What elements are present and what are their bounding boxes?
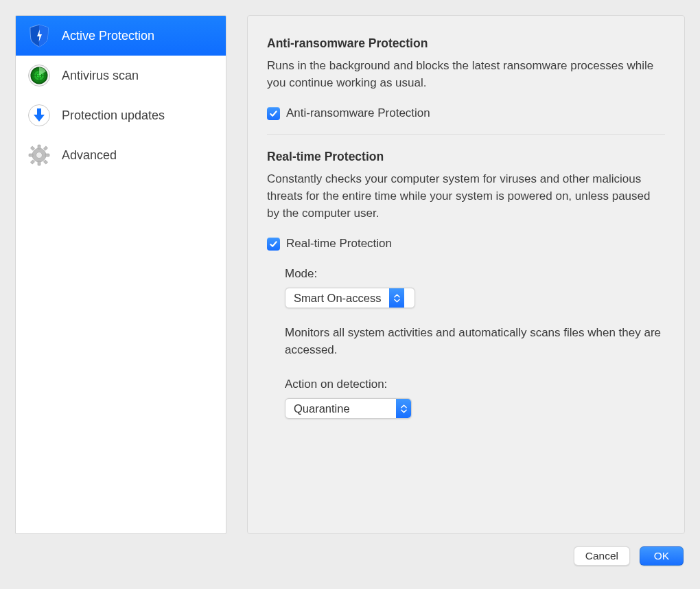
- section-desc: Constantly checks your computer system f…: [267, 171, 665, 222]
- gear-icon: [27, 143, 51, 168]
- sidebar-item-label: Antivirus scan: [62, 69, 139, 83]
- realtime-section: Real-time Protection Constantly checks y…: [267, 150, 665, 419]
- section-title: Real-time Protection: [267, 150, 665, 164]
- mode-select[interactable]: Smart On-access: [285, 288, 415, 308]
- mode-description: Monitors all system activities and autom…: [285, 325, 665, 358]
- svg-rect-16: [30, 160, 34, 164]
- action-select[interactable]: Quarantine: [285, 398, 412, 419]
- sidebar-item-antivirus-scan[interactable]: Antivirus scan: [16, 56, 226, 95]
- section-desc: Runs in the background and blocks the la…: [267, 58, 665, 91]
- shield-icon: [27, 23, 51, 48]
- svg-rect-10: [38, 145, 40, 149]
- svg-rect-14: [30, 146, 34, 150]
- sidebar-item-protection-updates[interactable]: Protection updates: [16, 95, 226, 135]
- svg-rect-17: [43, 160, 47, 164]
- sidebar-item-label: Active Protection: [62, 29, 154, 43]
- action-group: Action on detection: Quarantine: [285, 378, 665, 419]
- svg-rect-13: [45, 154, 49, 157]
- checkbox-label: Real-time Protection: [286, 237, 392, 251]
- mode-label: Mode:: [285, 267, 665, 281]
- realtime-checkbox-row[interactable]: Real-time Protection: [267, 237, 665, 251]
- action-select-value: Quarantine: [285, 399, 396, 418]
- sidebar: Active Protection: [15, 15, 226, 534]
- dialog-footer: Cancel OK: [0, 534, 700, 566]
- svg-point-18: [36, 152, 43, 159]
- mode-group: Mode: Smart On-access Monitors all syste…: [267, 267, 665, 419]
- checkbox-checked-icon: [267, 107, 280, 120]
- select-stepper-icon: [396, 399, 411, 418]
- ok-button[interactable]: OK: [640, 546, 684, 566]
- select-stepper-icon: [389, 288, 404, 308]
- sidebar-item-active-protection[interactable]: Active Protection: [16, 16, 226, 56]
- action-label: Action on detection:: [285, 378, 665, 391]
- main-panel: Anti-ransomware Protection Runs in the b…: [247, 15, 685, 534]
- cancel-button[interactable]: Cancel: [574, 546, 630, 566]
- section-title: Anti-ransomware Protection: [267, 36, 665, 51]
- svg-rect-11: [38, 161, 40, 165]
- divider: [267, 134, 665, 135]
- download-arrow-icon: [27, 103, 51, 128]
- svg-rect-12: [29, 154, 33, 157]
- checkbox-checked-icon: [267, 238, 280, 251]
- radar-icon: [27, 63, 51, 88]
- sidebar-item-label: Advanced: [62, 148, 117, 163]
- sidebar-item-label: Protection updates: [62, 108, 165, 123]
- anti-ransomware-checkbox-row[interactable]: Anti-ransomware Protection: [267, 106, 665, 120]
- svg-rect-15: [43, 146, 47, 150]
- anti-ransomware-section: Anti-ransomware Protection Runs in the b…: [267, 36, 665, 120]
- checkbox-label: Anti-ransomware Protection: [286, 106, 430, 120]
- mode-select-value: Smart On-access: [285, 288, 389, 308]
- sidebar-item-advanced[interactable]: Advanced: [16, 135, 226, 175]
